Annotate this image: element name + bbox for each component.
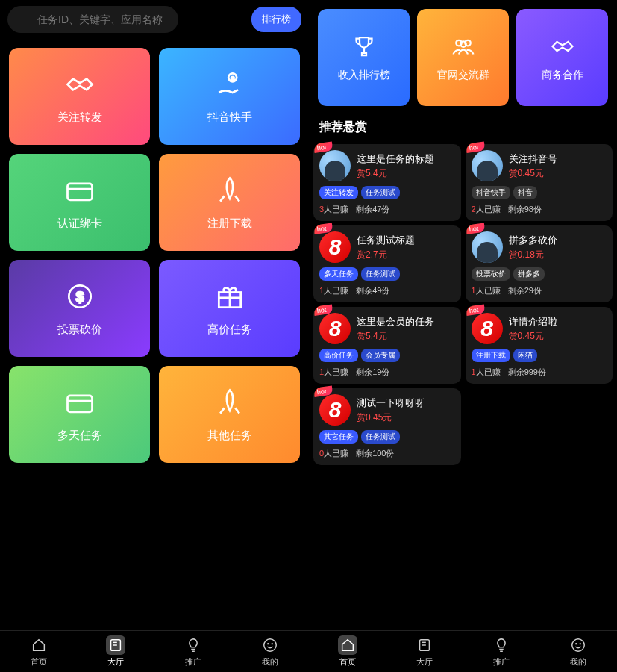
task-card-3[interactable]: hot 拼多多砍价 赏0.18元 投票砍价拼多多 1人已赚剩余29份: [466, 225, 613, 302]
done-count: 1人已赚: [472, 285, 501, 296]
task-tag: 会员专属: [361, 349, 400, 362]
task-footer: 0人已赚剩余100份: [319, 448, 455, 459]
tab-label: 大厅: [107, 656, 124, 668]
category-card-0[interactable]: 关注转发: [9, 48, 150, 145]
task-tag: 投票砍价: [472, 267, 510, 281]
remain-count: 剩余49份: [356, 285, 389, 296]
remain-count: 剩余999份: [508, 367, 546, 378]
task-tags: 关注转发任务测试: [319, 186, 455, 199]
task-tag: 高价任务: [319, 349, 358, 362]
task-card-1[interactable]: hot 关注抖音号 赏0.45元 抖音快手抖音 2人已赚剩余98份: [466, 144, 613, 221]
search-bar: 排行榜: [0, 0, 309, 39]
svg-point-16: [264, 639, 277, 652]
task-info: 任务测试标题 赏2.7元: [357, 234, 415, 261]
ranking-button[interactable]: 排行榜: [251, 7, 301, 32]
task-title: 这里是会员的任务: [357, 315, 434, 329]
task-grid: hot 这里是任务的标题 赏5.4元 关注转发任务测试 3人已赚剩余47份hot…: [309, 140, 617, 470]
tab-label: 首页: [31, 656, 47, 668]
remain-count: 剩余98份: [508, 204, 542, 215]
task-tags: 其它任务任务测试: [319, 430, 455, 444]
tab-home[interactable]: 首页: [29, 635, 48, 668]
tab-home[interactable]: 首页: [338, 635, 357, 668]
top-card-0[interactable]: 收入排行榜: [318, 9, 410, 106]
task-info: 这里是会员的任务 赏5.4元: [357, 315, 434, 343]
done-count: 1人已赚: [319, 285, 348, 296]
handshake-icon: [549, 33, 576, 60]
task-head: 8 详情介绍啦 赏0.45元: [472, 313, 607, 344]
task-tags: 注册下载闲猫: [472, 349, 607, 362]
task-tag: 拼多多: [513, 267, 545, 281]
task-reward: 赏0.18元: [509, 249, 557, 261]
bulb-icon: [184, 635, 203, 655]
task-reward: 赏2.7元: [357, 249, 415, 261]
task-reward: 赏5.4元: [357, 330, 434, 343]
task-card-0[interactable]: hot 这里是任务的标题 赏5.4元 关注转发任务测试 3人已赚剩余47份: [313, 144, 461, 221]
tab-bulb[interactable]: 推广: [184, 635, 203, 668]
section-title-recommend: 推荐悬赏: [309, 115, 617, 140]
task-card-4[interactable]: hot 8 这里是会员的任务 赏5.4元 高价任务会员专属 1人已赚剩余19份: [313, 307, 461, 384]
category-card-3[interactable]: 注册下载: [159, 154, 300, 251]
task-reward: 赏0.45元: [509, 167, 557, 180]
done-count: 2人已赚: [472, 204, 501, 215]
category-label: 其他任务: [207, 429, 252, 443]
tab-hall[interactable]: 大厅: [106, 635, 125, 668]
handshake-icon: [63, 68, 96, 103]
task-title: 测试一下呀呀呀: [357, 396, 425, 410]
task-card-6[interactable]: hot 8 测试一下呀呀呀 赏0.45元 其它任务任务测试 0人已赚剩余100份: [313, 388, 461, 465]
tab-label: 大厅: [416, 656, 433, 668]
task-info: 详情介绍啦 赏0.45元: [509, 315, 557, 343]
task-tags: 多天任务任务测试: [319, 267, 455, 281]
search-wrap: [7, 6, 245, 33]
hall-icon: [415, 635, 434, 655]
tab-bulb[interactable]: 推广: [492, 635, 511, 668]
category-label: 关注转发: [57, 111, 102, 125]
tab-hall[interactable]: 大厅: [415, 635, 434, 668]
home-icon: [338, 635, 357, 655]
done-count: 1人已赚: [472, 367, 501, 378]
task-footer: 2人已赚剩余98份: [472, 204, 607, 215]
task-card-2[interactable]: hot 8 任务测试标题 赏2.7元 多天任务任务测试 1人已赚剩余49份: [313, 225, 461, 302]
tab-smile[interactable]: 我的: [260, 635, 280, 668]
smile-icon: [260, 635, 280, 655]
task-title: 关注抖音号: [509, 152, 557, 166]
category-card-7[interactable]: 其他任务: [159, 366, 300, 463]
done-count: 3人已赚: [319, 204, 348, 215]
avatar-icon: 8: [319, 313, 351, 344]
tab-smile[interactable]: 我的: [569, 635, 588, 668]
coin-icon: $: [63, 280, 96, 315]
search-input[interactable]: [7, 6, 178, 33]
top-card-2[interactable]: 商务合作: [516, 9, 608, 106]
svg-text:$: $: [75, 289, 83, 305]
category-card-5[interactable]: 高价任务: [159, 260, 300, 357]
task-title: 这里是任务的标题: [357, 152, 434, 166]
task-head: 拼多多砍价 赏0.18元: [472, 231, 607, 263]
top-card-label: 官网交流群: [437, 69, 489, 82]
left-screen: 排行榜 关注转发$抖音快手认证绑卡注册下载$投票砍价高价任务多天任务其他任务 首…: [0, 0, 309, 672]
top-card-label: 收入排行榜: [338, 69, 390, 82]
task-card-5[interactable]: hot 8 详情介绍啦 赏0.45元 注册下载闲猫 1人已赚剩余999份: [466, 307, 613, 384]
category-card-6[interactable]: 多天任务: [9, 366, 150, 463]
bulb-icon: [492, 635, 511, 655]
smile-icon: [569, 635, 588, 655]
remain-count: 剩余100份: [356, 448, 394, 459]
category-card-2[interactable]: 认证绑卡: [9, 154, 150, 251]
task-tag: 关注转发: [319, 186, 358, 199]
svg-rect-4: [67, 184, 92, 200]
svg-point-28: [580, 644, 581, 644]
task-head: 8 任务测试标题 赏2.7元: [319, 231, 455, 263]
top-card-1[interactable]: 官网交流群: [417, 9, 509, 106]
task-reward: 赏0.45元: [357, 411, 425, 424]
category-grid: 关注转发$抖音快手认证绑卡注册下载$投票砍价高价任务多天任务其他任务: [0, 39, 309, 472]
task-head: 这里是任务的标题 赏5.4元: [319, 150, 455, 181]
category-card-1[interactable]: $抖音快手: [159, 48, 300, 145]
task-tag: 抖音: [513, 186, 537, 199]
task-footer: 1人已赚剩余29份: [472, 285, 607, 296]
task-info: 关注抖音号 赏0.45元: [509, 152, 557, 180]
task-reward: 赏5.4元: [357, 167, 434, 180]
home-icon: [29, 635, 48, 655]
category-card-4[interactable]: $投票砍价: [9, 260, 150, 357]
left-content: 关注转发$抖音快手认证绑卡注册下载$投票砍价高价任务多天任务其他任务: [0, 39, 309, 630]
svg-point-26: [572, 639, 585, 652]
right-screen: 收入排行榜官网交流群商务合作 推荐悬赏 hot 这里是任务的标题 赏5.4元 关…: [309, 0, 617, 672]
task-title: 拼多多砍价: [509, 234, 557, 247]
